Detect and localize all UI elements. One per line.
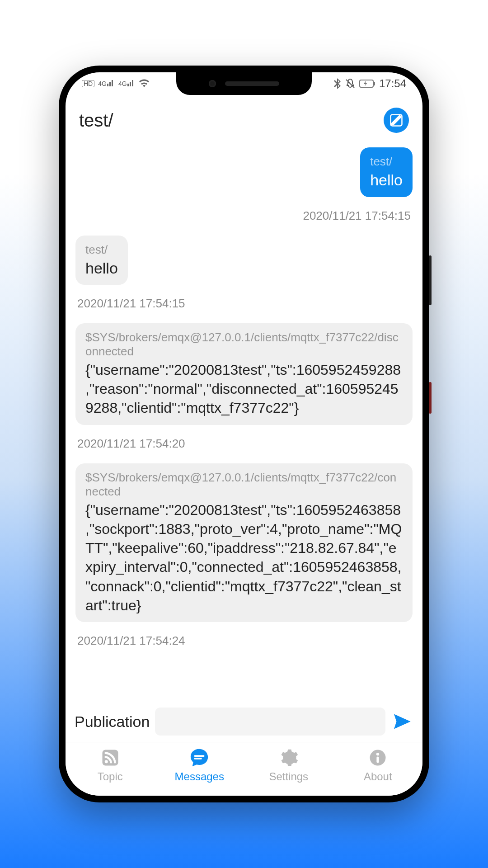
message-bubble-sent[interactable]: test/ hello <box>360 147 413 197</box>
message-topic: $SYS/brokers/emqx@127.0.0.1/clients/mqtt… <box>85 330 403 359</box>
signal-4g-icon: 4G <box>118 80 135 87</box>
compose-button[interactable] <box>384 108 409 133</box>
nav-label: Messages <box>175 770 224 783</box>
phone-frame: HD 4G 4G <box>59 66 429 802</box>
nav-tab-about[interactable]: About <box>333 747 423 783</box>
message-row: test/ hello <box>75 236 413 285</box>
nav-label: Topic <box>98 770 123 783</box>
message-bubble-recv[interactable]: test/ hello <box>75 236 128 285</box>
publish-label: Publication <box>75 713 150 731</box>
message-timestamp: 2020/11/21 17:54:15 <box>77 297 411 311</box>
mute-icon <box>345 78 356 89</box>
message-payload: {"username":"20200813test","ts":16059524… <box>85 500 403 615</box>
message-topic: $SYS/brokers/emqx@127.0.0.1/clients/mqtt… <box>85 471 403 499</box>
bluetooth-icon <box>334 78 341 89</box>
message-topic: test/ <box>370 155 403 169</box>
message-bubble-recv[interactable]: $SYS/brokers/emqx@127.0.0.1/clients/mqtt… <box>75 323 413 425</box>
app-header: test/ <box>66 95 422 143</box>
message-row: $SYS/brokers/emqx@127.0.0.1/clients/mqtt… <box>75 463 413 622</box>
message-payload: hello <box>85 259 118 278</box>
message-timestamp: 2020/11/21 17:54:15 <box>77 209 411 223</box>
message-row: $SYS/brokers/emqx@127.0.0.1/clients/mqtt… <box>75 323 413 425</box>
gear-icon <box>278 747 300 769</box>
notch <box>176 72 312 95</box>
clock-text: 17:54 <box>379 77 406 90</box>
message-timestamp: 2020/11/21 17:54:20 <box>77 437 411 451</box>
status-left: HD 4G 4G <box>82 79 150 88</box>
nav-tab-messages[interactable]: Messages <box>155 747 244 783</box>
send-button[interactable] <box>391 710 413 733</box>
svg-rect-1 <box>374 82 375 85</box>
screen: HD 4G 4G <box>66 72 422 796</box>
message-bubble-recv[interactable]: $SYS/brokers/emqx@127.0.0.1/clients/mqtt… <box>75 463 413 622</box>
message-topic: test/ <box>85 243 118 257</box>
nav-label: About <box>364 770 392 783</box>
message-payload: hello <box>370 170 403 190</box>
svg-rect-7 <box>377 756 379 763</box>
compose-icon <box>389 113 403 127</box>
topic-title: test/ <box>79 110 113 131</box>
earpiece-speaker <box>225 81 279 86</box>
nav-tab-topic[interactable]: Topic <box>66 747 155 783</box>
nav-tab-settings[interactable]: Settings <box>244 747 333 783</box>
publish-input[interactable] <box>155 708 385 736</box>
publish-bar: Publication <box>66 702 422 742</box>
send-icon <box>393 712 411 731</box>
svg-point-6 <box>376 753 379 755</box>
svg-point-4 <box>105 760 108 763</box>
message-row: test/ hello <box>75 147 413 197</box>
message-payload: {"username":"20200813test","ts":16059524… <box>85 360 403 418</box>
side-button <box>429 255 432 305</box>
side-button <box>429 382 432 414</box>
rss-icon <box>99 747 121 769</box>
info-icon <box>367 747 389 769</box>
messages-list[interactable]: test/ hello 2020/11/21 17:54:15 test/ he… <box>66 143 422 702</box>
front-camera <box>209 80 216 87</box>
bottom-nav: Topic Messages Settings About <box>66 742 422 796</box>
chat-icon <box>188 747 210 769</box>
battery-icon <box>359 79 375 88</box>
hd-badge-icon: HD <box>82 80 94 87</box>
signal-4g-icon: 4G <box>98 80 115 87</box>
nav-label: Settings <box>269 770 308 783</box>
message-timestamp: 2020/11/21 17:54:24 <box>77 634 411 648</box>
status-right: 17:54 <box>334 77 406 90</box>
wifi-icon <box>139 79 150 88</box>
